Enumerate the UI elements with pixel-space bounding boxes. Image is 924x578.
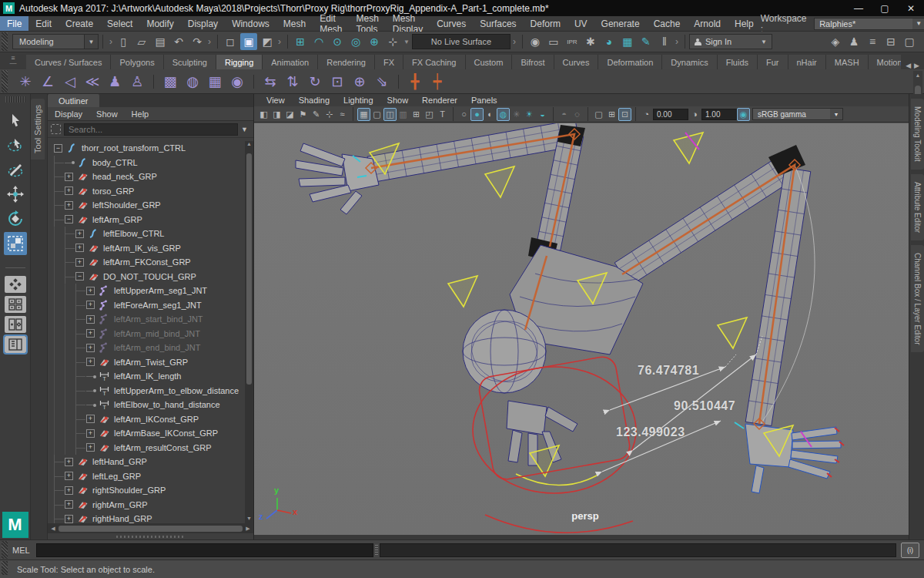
expand-icon[interactable]: + [75, 230, 84, 238]
menu-generate[interactable]: Generate [594, 16, 647, 31]
menu-help[interactable]: Help [728, 16, 761, 31]
parent-constraint-icon[interactable]: ⇆ [260, 72, 280, 92]
menu-mesh-display[interactable]: Mesh Display [386, 16, 430, 31]
menu-surfaces[interactable]: Surfaces [473, 16, 523, 31]
shelf-tab-motion-graphics[interactable]: Motion Graphics [869, 55, 902, 69]
menu-set-dropdown[interactable]: Modeling▼ [12, 34, 99, 49]
viewport-menu-lighting[interactable]: Lighting [337, 96, 380, 105]
bookmark-flag-icon[interactable]: ⚑ [296, 108, 310, 121]
expand-icon[interactable]: + [86, 415, 95, 423]
menu-edit[interactable]: Edit [28, 16, 59, 31]
render-view-icon[interactable]: ◉ [527, 33, 544, 50]
live-surface-field[interactable]: No Live Surface [412, 34, 511, 49]
safe-action-icon[interactable]: ◰ [423, 108, 436, 121]
shelf-tab-polygons[interactable]: Polygons [111, 55, 163, 69]
workspace-dropdown[interactable]: Ralphies* ▼ [814, 18, 924, 30]
shelf-tab-custom[interactable]: Custom [466, 55, 513, 69]
menu-select[interactable]: Select [100, 16, 139, 31]
outliner-item-torso_GRP[interactable]: +torso_GRP [48, 184, 253, 199]
channel-slider-icon[interactable]: ≡ [864, 33, 881, 50]
tab-channel-box-layer-editor[interactable]: Channel Box / Layer Editor [911, 245, 924, 353]
toolbox-grip[interactable] [5, 96, 25, 102]
redo-icon[interactable]: ↷ [189, 33, 206, 50]
layout-two-pane[interactable] [5, 316, 26, 333]
menu-modify[interactable]: Modify [139, 16, 180, 31]
menu-mesh-tools[interactable]: Mesh Tools [350, 16, 386, 31]
cluster-icon[interactable]: ▦ [205, 72, 225, 92]
shadows-icon[interactable]: ◒ [536, 108, 549, 121]
expand-icon[interactable]: + [86, 358, 95, 366]
render-settings-icon[interactable]: ✱ [582, 33, 599, 50]
gamma-field[interactable] [701, 109, 737, 120]
humanik-icon[interactable]: ♙ [127, 72, 147, 92]
menu-mesh[interactable]: Mesh [276, 16, 313, 31]
safe-title-icon[interactable]: T [436, 108, 449, 121]
shelf-tab-fur[interactable]: Fur [758, 55, 788, 69]
expand-icon[interactable]: + [86, 429, 95, 438]
outliner-item-leftElbow_to_hand_distance[interactable]: TleftElbow_to_hand_distance [48, 398, 253, 412]
outliner-menu-help[interactable]: Help [125, 109, 156, 119]
menu-curves[interactable]: Curves [430, 16, 473, 31]
orient-constraint-icon[interactable]: ↻ [305, 72, 325, 92]
texture-view-icon[interactable]: ▦ [619, 33, 636, 50]
film-gate-icon[interactable]: ▢ [370, 108, 383, 121]
shelf-tab-nhair[interactable]: nHair [788, 55, 826, 69]
expand-icon[interactable]: + [86, 443, 95, 452]
resolution-gate-icon[interactable]: ◫ [383, 108, 397, 121]
camera-bookmark-icon[interactable]: ◪ [283, 108, 296, 121]
quick-rig-icon[interactable]: ♟ [105, 72, 125, 92]
outliner-menu-show[interactable]: Show [89, 109, 125, 119]
gate-mask-icon[interactable]: ▥ [397, 108, 410, 121]
shaded-mode-icon[interactable]: ● [470, 108, 484, 121]
viewport-menu-show[interactable]: Show [381, 96, 415, 105]
softmod-icon[interactable]: ◉ [227, 72, 247, 92]
wrap-deformer-icon[interactable]: ◍ [182, 72, 203, 92]
move-tool[interactable] [4, 183, 27, 206]
outliner-item-leftArm_Twist_GRP[interactable]: +leftArm_Twist_GRP [48, 355, 253, 370]
menu-deform[interactable]: Deform [524, 16, 567, 31]
outliner-item-leftArm_IK_vis_GRP[interactable]: +leftArm_IK_vis_GRP [48, 241, 253, 256]
expand-icon[interactable]: + [86, 301, 95, 309]
paint-effects-icon[interactable]: ✎ [638, 33, 654, 50]
textured-mode-icon[interactable]: ◍ [497, 108, 510, 121]
collapse-icon[interactable]: − [65, 215, 73, 223]
snap-point-icon[interactable]: ⊙ [329, 33, 346, 50]
arnold-render-icon[interactable]: ◕ [601, 33, 618, 50]
tab-tool-settings[interactable]: Tool Settings [31, 99, 45, 160]
select-tool[interactable] [4, 109, 27, 132]
tab-attribute-editor[interactable]: Attribute Editor [911, 174, 924, 240]
outliner-item-leftArmBase_IKConst_GRP[interactable]: +leftArmBase_IKConst_GRP [48, 426, 253, 441]
outliner-item-leftForeArm_seg1_JNT[interactable]: +leftForeArm_seg1_JNT [48, 298, 253, 313]
script-editor-icon[interactable]: (i) [901, 543, 919, 558]
shelf-tab-mash[interactable]: MASH [826, 55, 869, 69]
aim-constraint-icon[interactable]: ⊕ [350, 72, 370, 92]
expand-icon[interactable]: + [75, 258, 84, 267]
menu-edit-mesh[interactable]: Edit Mesh [313, 16, 349, 31]
viewport-menu-view[interactable]: View [260, 96, 291, 105]
symmetry-icon[interactable]: ◈ [827, 33, 844, 50]
image-plane-icon[interactable]: ✎ [310, 108, 323, 121]
shelf-tab-sculpting[interactable]: Sculpting [164, 55, 216, 69]
pole-vector-icon[interactable]: ⇘ [372, 72, 392, 92]
paint-select-tool[interactable] [4, 158, 27, 181]
panel-resize-grip[interactable] [48, 533, 253, 539]
outliner-item-leftHand_GRP[interactable]: +leftHand_GRP [48, 455, 253, 469]
expand-icon[interactable]: + [65, 486, 73, 495]
lock-camera-icon[interactable]: ◧ [257, 108, 270, 121]
render-frame-icon[interactable]: ▭ [545, 33, 562, 50]
snap-curve-icon[interactable]: ◠ [310, 33, 327, 50]
copy-view-icon[interactable]: ▢ [592, 108, 605, 121]
outliner-horizontal-scrollbar[interactable]: ◀▶ [48, 523, 253, 533]
exposure-icon[interactable]: ◔ [640, 108, 653, 121]
mel-input[interactable] [36, 543, 373, 557]
fit-view-icon[interactable]: ⊡ [618, 108, 631, 121]
collapse-icon[interactable]: − [75, 272, 84, 281]
expand-icon[interactable]: + [65, 500, 73, 509]
paste-view-icon[interactable]: ⊞ [605, 108, 618, 121]
command-line-grip[interactable] [2, 541, 8, 559]
ipr-render-icon[interactable]: IPR [564, 33, 581, 50]
shelf-tab-fluids[interactable]: Fluids [718, 55, 758, 69]
layer-stack-icon[interactable]: ▢ [901, 33, 918, 50]
ao-icon[interactable]: ◓ [557, 108, 571, 121]
outliner-item-leftArm_IKConst_GRP[interactable]: +leftArm_IKConst_GRP [48, 412, 253, 427]
